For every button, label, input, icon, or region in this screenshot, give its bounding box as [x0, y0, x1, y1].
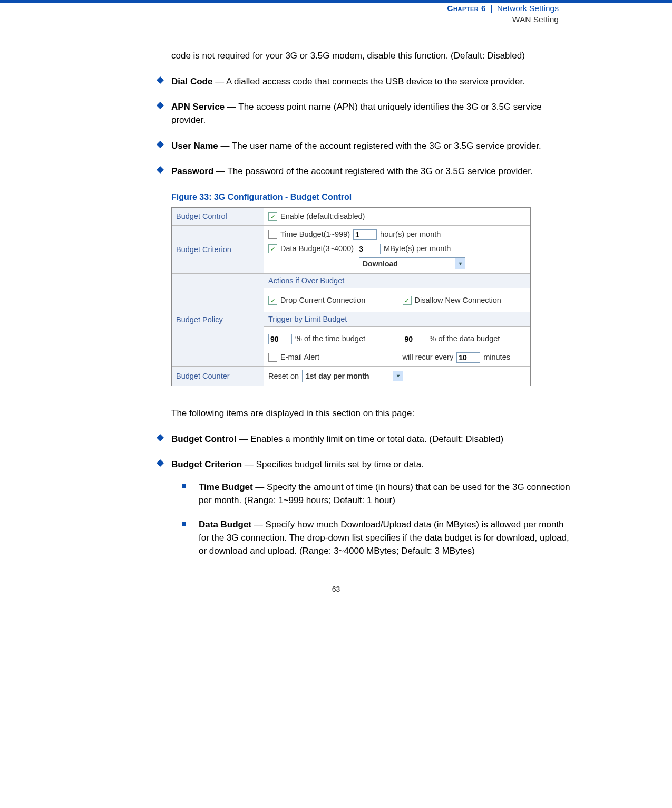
- row-budget-criterion: Budget Criterion ✓ Time Budget(1~999) ho…: [172, 226, 530, 274]
- desc: — Enables a monthly limit on time or tot…: [237, 434, 503, 444]
- svg-marker-5: [157, 459, 164, 467]
- svg-marker-2: [157, 141, 164, 148]
- term: Budget Criterion: [171, 459, 242, 469]
- term: Data Budget: [199, 520, 251, 530]
- subbullet-time-budget: Time Budget — Specify the amount of time…: [182, 481, 572, 507]
- divider: |: [490, 4, 492, 13]
- recur-input[interactable]: [456, 352, 480, 363]
- chapter-label: Chapter 6: [447, 4, 486, 13]
- square-bullet-icon: [182, 484, 186, 488]
- term: Time Budget: [199, 482, 253, 492]
- term: User Name: [171, 141, 218, 151]
- desc: — The password of the account registered…: [213, 166, 532, 176]
- intro-paragraph: code is not required for your 3G or 3.5G…: [171, 50, 572, 63]
- recur-prefix: will recur every: [403, 352, 454, 363]
- label-budget-criterion: Budget Criterion: [172, 226, 264, 273]
- actions-header: Actions if Over Budget: [264, 274, 530, 288]
- desc: — Specify how much Download/Upload data …: [199, 520, 569, 555]
- time-budget-label: Time Budget(1~999): [280, 229, 350, 240]
- row-budget-control: Budget Control ✓ Enable (default:disable…: [172, 208, 530, 226]
- recur-suffix: minutes: [483, 352, 510, 363]
- desc: — A dialled access code that connects th…: [212, 76, 525, 86]
- time-pct-label: % of the time budget: [295, 333, 365, 344]
- reset-value: 1st day per month: [303, 371, 373, 381]
- bullet-apn-service: APN Service — The access point name (APN…: [171, 101, 572, 127]
- page-content: code is not required for your 3G or 3.5G…: [171, 25, 572, 557]
- diamond-bullet-icon: [157, 459, 164, 467]
- bullet-user-name: User Name — The user name of the account…: [171, 140, 572, 153]
- label-budget-counter: Budget Counter: [172, 367, 264, 386]
- diamond-bullet-icon: [157, 141, 164, 148]
- data-pct-label: % of the data budget: [430, 333, 500, 344]
- subbullet-data-budget: Data Budget — Specify how much Download/…: [182, 518, 572, 557]
- figure-caption: Figure 33: 3G Configuration - Budget Con…: [171, 191, 572, 203]
- data-budget-unit: MByte(s) per month: [384, 243, 451, 254]
- section-title: Network Settings: [497, 4, 559, 13]
- email-label: E-mail Alert: [280, 352, 319, 363]
- chevron-down-icon: ▾: [455, 258, 465, 269]
- drop-label: Drop Current Connection: [280, 295, 365, 306]
- bullet-dial-code: Dial Code — A dialled access code that c…: [171, 75, 572, 89]
- enable-text: Enable (default:disabled): [280, 211, 365, 222]
- term: Dial Code: [171, 76, 212, 86]
- time-budget-input[interactable]: [353, 229, 377, 240]
- svg-marker-4: [157, 434, 164, 441]
- data-budget-input[interactable]: [357, 244, 381, 254]
- header-text: Chapter 6 | Network Settings WAN Setting: [447, 3, 559, 24]
- svg-marker-3: [157, 166, 164, 174]
- mid-paragraph: The following items are displayed in thi…: [171, 407, 572, 420]
- desc: — Specify the amount of time (in hours) …: [199, 482, 570, 505]
- desc: — The user name of the account registere…: [218, 141, 541, 151]
- checkbox-disallow-new[interactable]: ✓: [403, 296, 412, 305]
- figure-33: Budget Control ✓ Enable (default:disable…: [171, 207, 531, 386]
- label-budget-policy: Budget Policy: [172, 274, 264, 366]
- checkbox-email-alert[interactable]: ✓: [268, 353, 277, 362]
- data-pct-input[interactable]: [403, 334, 426, 344]
- direction-select[interactable]: Download ▾: [359, 257, 465, 270]
- diamond-bullet-icon: [157, 76, 164, 84]
- disallow-label: Disallow New Connection: [415, 295, 501, 306]
- bullet-budget-control: Budget Control — Enables a monthly limit…: [171, 433, 572, 446]
- diamond-bullet-icon: [157, 102, 164, 109]
- subsection-title: WAN Setting: [447, 14, 559, 25]
- bullet-budget-criterion: Budget Criterion — Specifies budget limi…: [171, 458, 572, 472]
- time-pct-input[interactable]: [268, 334, 292, 344]
- svg-marker-0: [157, 76, 164, 84]
- checkbox-data-budget[interactable]: ✓: [268, 244, 277, 253]
- desc: — Specifies budget limits set by time or…: [242, 459, 424, 469]
- term: APN Service: [171, 102, 225, 112]
- row-budget-policy: Budget Policy Actions if Over Budget ✓ D…: [172, 274, 530, 367]
- checkbox-enable-budget[interactable]: ✓: [268, 212, 277, 221]
- chevron-down-icon: ▾: [393, 371, 403, 381]
- desc: — The access point name (APN) that uniqu…: [171, 102, 542, 125]
- bullet-password: Password — The password of the account r…: [171, 165, 572, 178]
- term: Password: [171, 166, 213, 176]
- page-header: Chapter 6 | Network Settings WAN Setting: [0, 0, 672, 25]
- data-budget-label: Data Budget(3~4000): [280, 243, 354, 254]
- term: Budget Control: [171, 434, 237, 444]
- label-budget-control: Budget Control: [172, 208, 264, 225]
- reset-select[interactable]: 1st day per month ▾: [302, 370, 403, 382]
- trigger-header: Trigger by Limit Budget: [264, 312, 530, 327]
- square-bullet-icon: [182, 522, 186, 526]
- diamond-bullet-icon: [157, 166, 164, 174]
- diamond-bullet-icon: [157, 434, 164, 441]
- row-budget-counter: Budget Counter Reset on 1st day per mont…: [172, 367, 530, 386]
- direction-value: Download: [359, 258, 401, 269]
- checkbox-time-budget[interactable]: ✓: [268, 230, 277, 239]
- svg-marker-1: [157, 102, 164, 109]
- checkbox-drop-connection[interactable]: ✓: [268, 296, 277, 305]
- reset-prefix: Reset on: [268, 371, 299, 382]
- page-number: – 63 –: [0, 569, 672, 604]
- time-budget-unit: hour(s) per month: [380, 229, 441, 240]
